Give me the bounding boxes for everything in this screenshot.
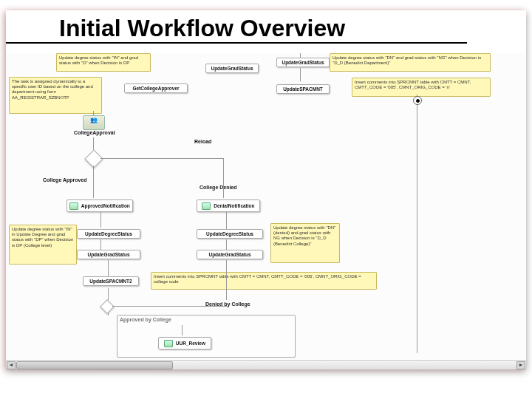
node-uur-review: UUR_Review xyxy=(158,337,211,349)
uur-review-label: UUR_Review xyxy=(176,341,205,346)
connector xyxy=(226,211,227,229)
connector xyxy=(182,325,183,335)
node-get-college-approver: GetCollegeApprover xyxy=(124,83,188,93)
connector xyxy=(300,68,301,81)
note-update-degree-college-right: Update degree status with "DN" (denied) … xyxy=(270,223,340,263)
decision-college xyxy=(84,149,103,168)
workflow-canvas: Update degree status with "IN" and grad … xyxy=(6,53,526,369)
note-insert-comments-1: Insert comments into SPRCMNT table with … xyxy=(352,78,491,97)
node-reload: Reload xyxy=(194,139,211,144)
mail-icon xyxy=(202,202,211,210)
node-update-grad-status-left: UpdateGradStatus xyxy=(77,250,140,259)
usertask-icon: 👥 xyxy=(83,115,105,130)
node-update-grad-status-right: UpdateGradStatus xyxy=(197,250,263,259)
connector xyxy=(226,260,227,300)
approved-notification-label: ApprovedNotification xyxy=(81,203,130,208)
node-approved-notification: ApprovedNotification xyxy=(66,200,133,212)
scroll-left-arrow[interactable]: ◄ xyxy=(7,361,16,369)
node-update-degree-status-right: UpdateDegreeStatus xyxy=(197,229,263,239)
scroll-right-arrow[interactable]: ► xyxy=(516,361,525,369)
node-update-spacmnt2: UpdateSPACMNT2 xyxy=(83,276,139,286)
mail-icon xyxy=(69,202,78,210)
connector xyxy=(93,166,94,198)
label-college-approved: College Approved xyxy=(43,177,87,183)
connector-long xyxy=(417,95,417,353)
page-title: Initial Workflow Overview xyxy=(6,10,467,44)
horizontal-scrollbar[interactable]: ◄ ► xyxy=(6,360,526,369)
slide-frame: Initial Workflow Overview Update degree … xyxy=(6,10,526,369)
connector xyxy=(112,306,228,307)
connector xyxy=(226,239,227,250)
scroll-thumb[interactable] xyxy=(16,361,173,369)
connector xyxy=(100,158,223,159)
node-denial-notification: DenialNotification xyxy=(197,200,260,212)
note-update-degree-dp: Update degree status with "IN" and grad … xyxy=(56,53,151,72)
container-approved-by-college xyxy=(117,315,296,358)
connector xyxy=(100,239,101,250)
decision-final xyxy=(100,299,115,314)
merge-inner xyxy=(416,99,420,103)
node-college-approval: CollegeApproval xyxy=(74,130,115,135)
task-icon xyxy=(164,340,173,347)
node-update-spacmnt: UpdateSPACMNT xyxy=(276,84,330,94)
node-update-grad-status-2: UpdateGradStatus xyxy=(276,58,330,67)
node-update-grad-status-1: UpdateGradStatus xyxy=(205,64,259,73)
node-update-degree-status-left: UpdateDegreeStatus xyxy=(77,229,140,239)
note-update-degree-college-left: Update degree status with "IN" in Update… xyxy=(9,225,77,265)
note-update-degree-dn: Update degree status with "DN" and grad … xyxy=(330,53,491,72)
label-college-denied: College Denied xyxy=(200,185,237,190)
connector xyxy=(223,158,224,198)
denial-notification-label: DenialNotification xyxy=(214,203,254,208)
note-task-assigned: The task is assigned dynamically to a sp… xyxy=(9,77,102,114)
connector xyxy=(100,211,101,228)
connector xyxy=(108,260,109,276)
note-insert-comments-2: Insert comments into SPRCMNT table with … xyxy=(151,272,377,290)
